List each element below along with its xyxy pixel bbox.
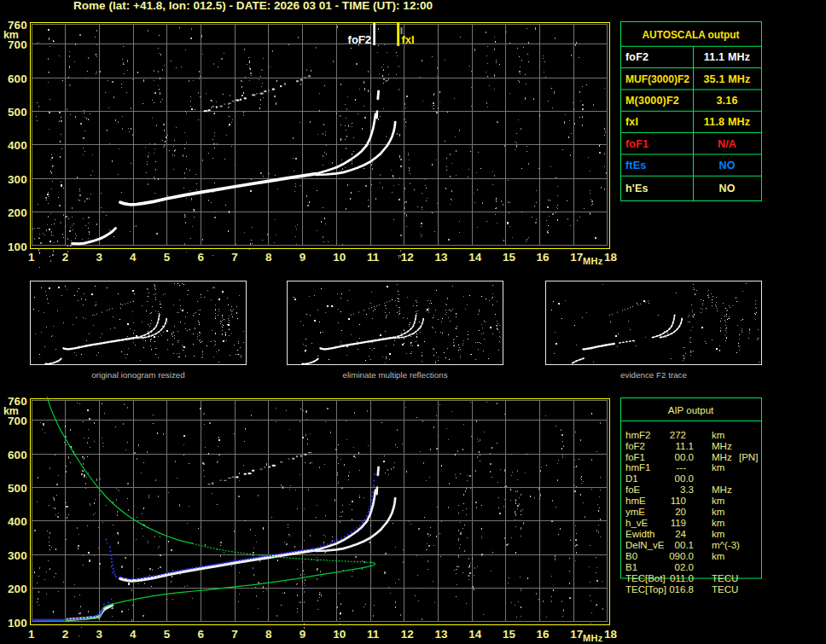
svg-text:N/A: N/A bbox=[718, 138, 736, 150]
svg-text:7: 7 bbox=[231, 628, 238, 641]
svg-text:MHz: MHz bbox=[583, 256, 603, 266]
svg-text:10: 10 bbox=[333, 628, 346, 641]
svg-text:500: 500 bbox=[8, 482, 27, 495]
svg-text:km: km bbox=[712, 529, 724, 539]
svg-text:15: 15 bbox=[503, 251, 516, 264]
svg-text:18: 18 bbox=[604, 251, 618, 264]
svg-text:foF2: foF2 bbox=[625, 441, 645, 451]
svg-text:MHz: MHz bbox=[712, 441, 732, 451]
svg-text:hmE: hmE bbox=[625, 496, 646, 506]
svg-text:1: 1 bbox=[28, 251, 35, 264]
svg-text:17: 17 bbox=[570, 251, 583, 264]
svg-text:00.1: 00.1 bbox=[675, 540, 694, 550]
svg-text:300: 300 bbox=[8, 549, 27, 562]
svg-text:400: 400 bbox=[8, 515, 27, 528]
svg-text:011.0: 011.0 bbox=[670, 573, 694, 583]
svg-text:9: 9 bbox=[300, 628, 306, 641]
svg-text:TECU: TECU bbox=[712, 584, 738, 595]
svg-text:MHz: MHz bbox=[712, 484, 732, 495]
svg-text:8: 8 bbox=[265, 628, 272, 641]
svg-text:11: 11 bbox=[367, 251, 380, 264]
svg-text:300: 300 bbox=[8, 173, 27, 186]
svg-text:7: 7 bbox=[231, 251, 238, 264]
svg-text:090.0: 090.0 bbox=[669, 551, 694, 561]
svg-text:4: 4 bbox=[130, 628, 137, 641]
svg-text:MUF(3000)F2: MUF(3000)F2 bbox=[625, 73, 689, 85]
svg-text:original ionogram resized: original ionogram resized bbox=[91, 370, 184, 380]
svg-text:AUTOSCALA output: AUTOSCALA output bbox=[643, 28, 741, 41]
svg-text:km: km bbox=[3, 29, 19, 41]
svg-text:km: km bbox=[712, 496, 724, 506]
svg-text:12: 12 bbox=[401, 251, 414, 264]
svg-text:AIP output: AIP output bbox=[668, 405, 714, 415]
svg-text:500: 500 bbox=[8, 106, 27, 119]
svg-text:foF2: foF2 bbox=[348, 33, 371, 46]
svg-text:4: 4 bbox=[130, 251, 137, 264]
svg-text:200: 200 bbox=[8, 583, 27, 595]
svg-text:fxI: fxI bbox=[402, 33, 415, 46]
svg-text:foE: foE bbox=[625, 484, 641, 495]
svg-text:17: 17 bbox=[570, 628, 583, 641]
svg-text:200: 200 bbox=[8, 206, 27, 219]
svg-text:13: 13 bbox=[434, 628, 448, 641]
svg-text:3.16: 3.16 bbox=[716, 95, 737, 107]
svg-text:km: km bbox=[712, 518, 724, 528]
svg-text:5: 5 bbox=[164, 251, 171, 264]
svg-text:[PN]: [PN] bbox=[739, 452, 758, 462]
svg-text:600: 600 bbox=[8, 73, 27, 85]
svg-text:400: 400 bbox=[8, 139, 27, 152]
svg-text:km: km bbox=[712, 551, 724, 561]
svg-text:m^(-3): m^(-3) bbox=[712, 540, 740, 550]
svg-text:35.1 MHz: 35.1 MHz bbox=[703, 73, 750, 85]
svg-text:5: 5 bbox=[164, 628, 171, 641]
svg-text:ftEs: ftEs bbox=[625, 160, 646, 171]
svg-text:13: 13 bbox=[434, 251, 448, 264]
svg-text:02.0: 02.0 bbox=[675, 562, 694, 572]
svg-text:110: 110 bbox=[671, 496, 686, 506]
svg-text:20: 20 bbox=[675, 507, 686, 517]
svg-text:10: 10 bbox=[333, 251, 346, 264]
svg-text:hmF2: hmF2 bbox=[625, 430, 650, 440]
svg-text:14: 14 bbox=[468, 628, 482, 641]
svg-text:NO: NO bbox=[718, 183, 735, 194]
svg-text:---: --- bbox=[677, 462, 687, 473]
svg-text:B0: B0 bbox=[625, 551, 637, 561]
svg-text:16: 16 bbox=[537, 628, 550, 641]
svg-text:272: 272 bbox=[670, 430, 686, 440]
svg-text:foF1: foF1 bbox=[625, 138, 649, 150]
svg-text:00.0: 00.0 bbox=[675, 452, 694, 462]
svg-text:016.8: 016.8 bbox=[669, 584, 694, 595]
svg-text:evidence F2 trace: evidence F2 trace bbox=[620, 370, 687, 380]
svg-text:14: 14 bbox=[468, 251, 482, 264]
svg-text:foF2: foF2 bbox=[625, 51, 649, 63]
svg-text:16: 16 bbox=[537, 251, 550, 264]
svg-text:15: 15 bbox=[503, 628, 516, 641]
svg-text:2: 2 bbox=[62, 628, 69, 641]
svg-text:9: 9 bbox=[300, 251, 306, 264]
svg-text:6: 6 bbox=[198, 251, 205, 264]
svg-text:M(3000)F2: M(3000)F2 bbox=[625, 95, 679, 107]
svg-text:600: 600 bbox=[8, 449, 27, 461]
svg-text:Rome (lat: +41.8, lon: 012.5): Rome (lat: +41.8, lon: 012.5) - DATE: 20… bbox=[73, 0, 433, 12]
svg-text:eliminate multiple reflections: eliminate multiple reflections bbox=[342, 370, 447, 380]
svg-text:TECU: TECU bbox=[712, 573, 738, 583]
svg-text:km: km bbox=[712, 507, 724, 517]
svg-text:6: 6 bbox=[198, 628, 205, 641]
svg-text:foF1: foF1 bbox=[625, 452, 645, 462]
svg-text:11.1 MHz: 11.1 MHz bbox=[704, 51, 750, 63]
svg-text:11: 11 bbox=[367, 628, 380, 641]
svg-text:1: 1 bbox=[28, 628, 35, 641]
svg-text:DelN_vE: DelN_vE bbox=[625, 540, 665, 550]
svg-text:00.0: 00.0 bbox=[675, 473, 694, 484]
svg-text:8: 8 bbox=[265, 251, 272, 264]
svg-text:100: 100 bbox=[8, 241, 27, 253]
svg-text:3.3: 3.3 bbox=[680, 484, 694, 495]
svg-text:ymE: ymE bbox=[625, 507, 645, 517]
svg-text:km: km bbox=[712, 430, 724, 440]
svg-text:h_vE: h_vE bbox=[625, 518, 649, 528]
svg-text:24: 24 bbox=[675, 529, 686, 539]
svg-text:Ewidth: Ewidth bbox=[625, 529, 655, 539]
svg-text:11.1: 11.1 bbox=[675, 441, 694, 451]
svg-text:hmF1: hmF1 bbox=[625, 462, 650, 473]
svg-text:100: 100 bbox=[8, 617, 27, 629]
